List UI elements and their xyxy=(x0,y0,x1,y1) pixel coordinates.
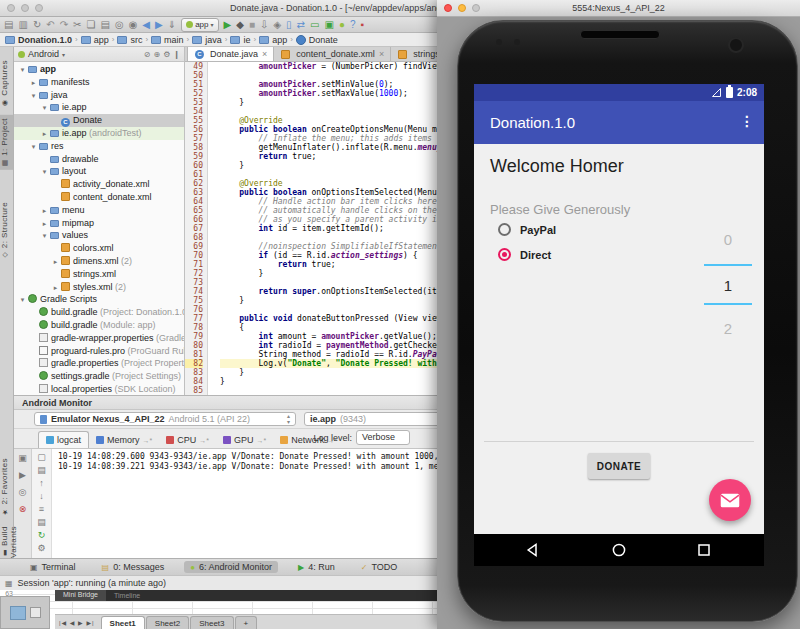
tool-window-button[interactable]: ▶4: Run xyxy=(292,561,341,573)
close-window-icon[interactable] xyxy=(7,4,15,12)
run-config-chip[interactable]: app▾ xyxy=(181,18,218,32)
redo-icon[interactable]: ↷ xyxy=(60,18,68,32)
sidebar-tool-2-structure[interactable]: ◇ 2: Structure xyxy=(0,199,13,262)
replace-icon[interactable]: ◉ xyxy=(129,18,138,32)
cut-icon[interactable]: ✂ xyxy=(73,18,81,32)
android-icon[interactable]: ● xyxy=(339,18,345,32)
status-bar-icon[interactable]: ▦ xyxy=(5,579,13,588)
tree-item[interactable]: ▾java xyxy=(14,89,184,102)
stop-icon[interactable]: ■ xyxy=(249,18,255,32)
tree-item[interactable]: ▸ie.app (androidTest) xyxy=(14,127,184,140)
locate-icon[interactable]: ⊕ xyxy=(153,50,160,59)
minimize-window-icon[interactable] xyxy=(21,4,29,12)
breadcrumb-item[interactable]: Donation.1.0 xyxy=(5,35,72,45)
tree-item[interactable]: drawable xyxy=(14,153,184,166)
sheet-tab[interactable]: + xyxy=(235,616,258,629)
sidebar-tool-build-variants[interactable]: ▮ Build Variants xyxy=(0,523,13,561)
breadcrumb-item[interactable]: ie xyxy=(230,35,250,45)
screen-record-icon[interactable]: ▶ xyxy=(19,470,26,480)
tree-toggle-icon[interactable]: ▾ xyxy=(40,102,49,114)
tree-item[interactable]: ▾app xyxy=(14,63,184,76)
restart-icon[interactable]: ↻ xyxy=(38,530,46,540)
dock-tab-mini-bridge[interactable]: Mini Bridge xyxy=(55,589,106,601)
tree-toggle-icon[interactable]: ▸ xyxy=(40,218,49,230)
tree-item[interactable]: settings.gradle (Project Settings) xyxy=(14,370,184,383)
up-stack-icon[interactable]: ↑ xyxy=(39,478,44,488)
tool-window-button[interactable]: ▣Terminal xyxy=(24,561,82,573)
profile-icon[interactable]: ◈ xyxy=(273,18,281,32)
capture-icon[interactable]: ◎ xyxy=(19,487,27,497)
tree-toggle-icon[interactable]: ▾ xyxy=(29,90,38,102)
breadcrumb-item[interactable]: app xyxy=(81,35,109,45)
sheet-nav-buttons[interactable]: |◀ ◀ ▶ ▶| xyxy=(55,619,99,626)
wrap-icon[interactable]: ≡ xyxy=(39,504,44,514)
spreadsheet-view-buttons[interactable] xyxy=(0,596,50,629)
radio-option-paypal[interactable]: PayPal xyxy=(498,223,556,236)
sheet-tab[interactable]: Sheet3 xyxy=(190,616,233,629)
find-icon[interactable]: ◎ xyxy=(115,18,124,32)
breadcrumb-item[interactable]: java xyxy=(192,35,222,45)
tree-item[interactable]: gradle.properties (Project Properties) xyxy=(14,357,184,370)
tool-window-button[interactable]: ●6: Android Monitor xyxy=(184,561,278,573)
tree-item[interactable]: colors.xml xyxy=(14,242,184,255)
pin-icon[interactable]: ▪ xyxy=(361,18,365,32)
sync-gradle-icon[interactable]: ⇄ xyxy=(297,18,305,32)
monitor-tab[interactable]: Memory→* xyxy=(89,432,159,448)
import-icon[interactable]: ⇓ xyxy=(168,18,176,32)
tree-item[interactable]: ▾values xyxy=(14,229,184,242)
email-fab-button[interactable] xyxy=(709,479,751,521)
copy-icon[interactable]: ❏ xyxy=(86,18,95,32)
tree-item[interactable]: activity_donate.xml xyxy=(14,178,184,191)
log-level-select[interactable]: Verbose xyxy=(356,430,410,445)
tree-toggle-icon[interactable]: ▾ xyxy=(18,64,27,76)
tree-item[interactable]: ▸dimens.xml (2) xyxy=(14,255,184,268)
tree-item[interactable]: ▸styles.xml (2) xyxy=(14,281,184,294)
tree-toggle-icon[interactable]: ▾ xyxy=(29,141,38,153)
number-picker-next[interactable]: 2 xyxy=(704,320,752,337)
back-icon[interactable]: ◀ xyxy=(142,18,150,32)
banner-icon[interactable]: ▤ xyxy=(37,465,46,475)
tree-item[interactable]: ▸menu xyxy=(14,204,184,217)
close-icon[interactable]: ⊗ xyxy=(19,504,27,514)
breadcrumb-item[interactable]: main xyxy=(151,35,184,45)
tree-item[interactable]: ▾Gradle Scripts xyxy=(14,293,184,306)
dock-tab-timeline[interactable]: Timeline xyxy=(106,592,148,599)
overflow-menu-icon[interactable]: ⋮ xyxy=(740,113,754,129)
radio-option-direct[interactable]: Direct xyxy=(498,248,551,261)
number-picker-current[interactable]: 1 xyxy=(704,277,752,294)
tree-item[interactable]: ▸manifests xyxy=(14,76,184,89)
clear-logcat-icon[interactable]: ▢ xyxy=(37,452,46,462)
close-tab-icon[interactable]: × xyxy=(379,49,384,59)
tree-item[interactable]: content_donate.xml xyxy=(14,191,184,204)
tree-toggle-icon[interactable]: ▸ xyxy=(40,128,49,140)
tree-toggle-icon[interactable]: ▾ xyxy=(18,294,27,306)
sidebar-tool-2-favorites[interactable]: ★ 2: Favorites xyxy=(0,455,13,519)
editor-tab[interactable]: CDonate.java× xyxy=(187,47,274,61)
settings-icon[interactable]: ⚙ xyxy=(37,543,45,553)
attach-icon[interactable]: ⇩ xyxy=(260,18,268,32)
monitor-tab[interactable]: CPU→* xyxy=(159,432,216,448)
open-icon[interactable]: ▤ xyxy=(4,18,13,32)
sdk-manager-icon[interactable]: ▣ xyxy=(324,18,333,32)
avd-manager-icon[interactable]: ▭ xyxy=(310,18,319,32)
sync-icon[interactable]: ↻ xyxy=(33,18,41,32)
monitor-icon[interactable]: ▯ xyxy=(286,18,292,32)
tree-item[interactable]: ▾res xyxy=(14,140,184,153)
down-stack-icon[interactable]: ↓ xyxy=(39,491,44,501)
tree-item[interactable]: strings.xml xyxy=(14,268,184,281)
tree-item[interactable]: build.gradle (Project: Donation.1.0) xyxy=(14,306,184,319)
tree-item[interactable]: build.gradle (Module: app) xyxy=(14,319,184,332)
hide-panel-icon[interactable]: ❙ xyxy=(173,50,180,59)
zoom-window-icon[interactable] xyxy=(35,4,43,12)
breadcrumb-item[interactable]: Donate xyxy=(296,35,338,45)
sidebar-tool-1-project[interactable]: ▦ 1: Project xyxy=(0,115,13,170)
save-all-icon[interactable]: ▥ xyxy=(18,18,27,32)
emulator-titlebar[interactable]: 5554:Nexus_4_API_22 xyxy=(437,0,800,17)
monitor-tab[interactable]: GPU→* xyxy=(216,432,273,448)
stepper-icon[interactable]: ▴▾ xyxy=(287,413,290,425)
tree-toggle-icon[interactable]: ▾ xyxy=(40,230,49,242)
run-icon[interactable]: ▶ xyxy=(224,18,232,32)
forward-icon[interactable]: ▶ xyxy=(155,18,163,32)
number-picker-prev[interactable]: 0 xyxy=(704,231,752,248)
breadcrumb-item[interactable]: src xyxy=(117,35,142,45)
